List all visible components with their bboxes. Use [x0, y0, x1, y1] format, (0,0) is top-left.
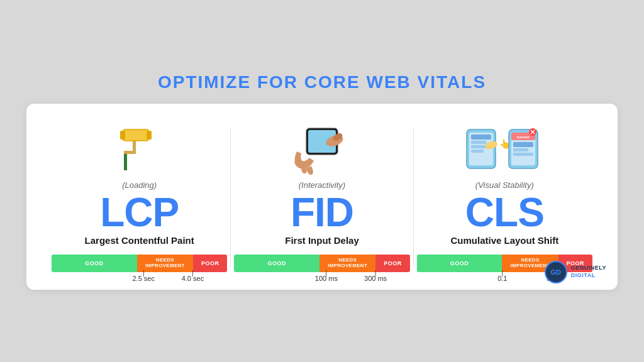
lcp-abbr: LCP — [100, 192, 179, 233]
lcp-icon-area — [118, 121, 162, 178]
fid-threshold-2: 300 ms — [364, 275, 387, 282]
fid-icon-area — [287, 121, 357, 178]
metric-fid: (Interactivity) FID First Input Delay GO… — [234, 121, 409, 275]
logo-area: GD GENUINELY DIGITAL — [545, 261, 606, 283]
svg-rect-12 — [471, 134, 491, 140]
fid-bar-good: GOOD — [234, 255, 319, 272]
svg-rect-15 — [471, 150, 484, 153]
logo-text: GENUINELY DIGITAL — [571, 265, 606, 279]
divider-2 — [413, 129, 414, 267]
fid-bar-needs: NEEDSIMPROVEMENT — [319, 255, 375, 272]
lcp-bar: GOOD NEEDSIMPROVEMENT POOR — [52, 255, 227, 272]
metric-lcp: (Loading) LCP Largest Contentful Paint G… — [52, 121, 227, 275]
cls-bar-good: GOOD — [417, 255, 502, 272]
lcp-bar-container: GOOD NEEDSIMPROVEMENT POOR 2.5 sec 4.0 s… — [52, 255, 227, 275]
fid-abbr: FID — [291, 192, 353, 233]
divider-1 — [230, 129, 231, 267]
svg-rect-13 — [471, 141, 486, 144]
lcp-threshold-2: 4.0 sec — [182, 275, 204, 282]
svg-rect-2 — [147, 131, 152, 140]
logo-symbol: GD — [551, 268, 562, 276]
lcp-bar-good: GOOD — [52, 255, 137, 272]
svg-text:banner: banner — [517, 135, 530, 139]
svg-rect-23 — [513, 153, 533, 156]
cls-caption: (Visual Stability) — [475, 180, 534, 190]
cls-icon-area: banner 👆 — [464, 121, 545, 178]
svg-rect-0 — [123, 129, 149, 141]
svg-rect-5 — [124, 154, 127, 170]
svg-rect-21 — [513, 142, 533, 147]
lcp-threshold-1: 2.5 sec — [132, 275, 154, 282]
title-highlight: CORE WEB VITALS — [304, 72, 486, 92]
lcp-name: Largest Contentful Paint — [85, 235, 194, 246]
svg-rect-4 — [124, 151, 136, 154]
title-prefix: OPTIMIZE FOR — [158, 72, 304, 92]
metric-cls: banner 👆 (Visual Stability) CLS Cumulati… — [417, 121, 592, 275]
logo-icon: GD — [545, 261, 567, 283]
fid-caption: (Interactivity) — [299, 180, 345, 190]
fid-bar-poor: POOR — [375, 255, 409, 272]
logo-line1: GENUINELY — [571, 265, 606, 272]
svg-text:👆: 👆 — [499, 139, 511, 150]
fid-bar: GOOD NEEDSIMPROVEMENT POOR — [234, 255, 409, 272]
logo-line2: DIGITAL — [571, 272, 596, 278]
lcp-bar-needs: NEEDSIMPROVEMENT — [137, 255, 193, 272]
cls-abbr: CLS — [465, 192, 544, 233]
fid-name: First Input Delay — [285, 235, 359, 246]
lcp-bar-poor: POOR — [193, 255, 227, 272]
paint-roller-icon — [118, 123, 162, 177]
layout-shift-icon: banner 👆 — [464, 123, 545, 177]
page-title: OPTIMIZE FOR CORE WEB VITALS — [158, 72, 486, 92]
phone-touch-icon — [287, 123, 357, 177]
lcp-caption: (Loading) — [122, 180, 157, 190]
fid-threshold-1: 100 ms — [315, 275, 338, 282]
main-card: (Loading) LCP Largest Contentful Paint G… — [26, 104, 618, 290]
cls-name: Cumulative Layout Shift — [450, 235, 558, 246]
fid-bar-container: GOOD NEEDSIMPROVEMENT POOR 100 ms 300 ms — [234, 255, 409, 275]
cls-threshold-1: 0.1 — [497, 275, 507, 282]
svg-rect-1 — [120, 131, 125, 140]
svg-rect-22 — [513, 148, 528, 151]
